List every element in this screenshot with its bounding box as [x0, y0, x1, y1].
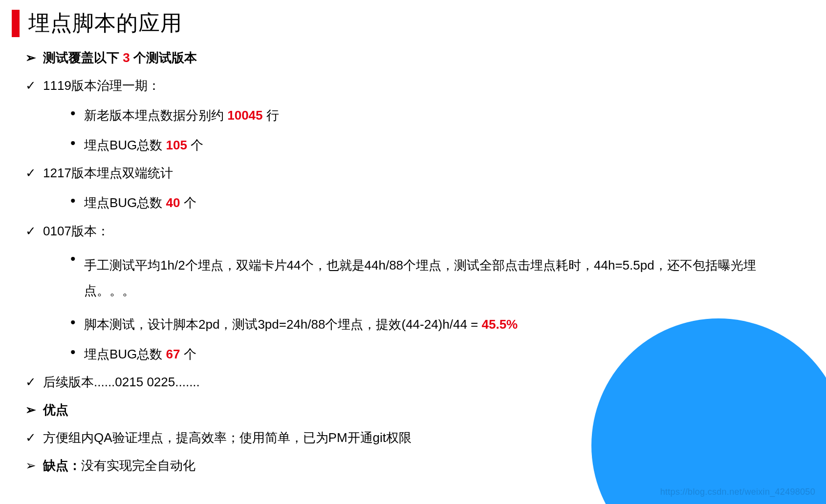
watermark-text: https://blog.csdn.net/weixin_42498050	[660, 487, 815, 497]
number-highlight: 45.5%	[482, 317, 518, 332]
number-highlight: 3	[123, 50, 130, 65]
text-fragment: 个	[187, 138, 203, 152]
text-fragment: 后续版本......0215 0225.......	[43, 375, 200, 389]
text-fragment: 1119版本治理一期：	[43, 78, 160, 93]
text-fragment: 优点	[43, 402, 68, 417]
number-highlight: 67	[166, 347, 180, 361]
text-fragment: 新老版本埋点数据分别约	[84, 108, 227, 123]
text-fragment: 埋点BUG总数	[84, 195, 166, 210]
slide: 埋点脚本的应用 测试覆盖以下 3 个测试版本 1119版本治理一期： 新老版本埋…	[0, 0, 826, 504]
text-fragment: 埋点BUG总数	[84, 138, 166, 152]
red-accent-bar	[12, 10, 20, 37]
item-0107: 0107版本：	[25, 223, 821, 240]
text-fragment: 个	[180, 347, 196, 361]
text-fragment: 1217版本埋点双端统计	[43, 166, 173, 180]
text-fragment: 行	[263, 108, 279, 123]
number-highlight: 10045	[227, 108, 262, 123]
text-fragment: 缺点：	[43, 458, 81, 473]
text-fragment: 埋点BUG总数	[84, 347, 166, 361]
text-fragment: 0107版本：	[43, 224, 109, 238]
heading-coverage: 测试覆盖以下 3 个测试版本	[25, 49, 821, 66]
text-fragment: 测试覆盖以下	[43, 50, 123, 65]
bullet-1217-bugs: 埋点BUG总数 40 个	[70, 194, 821, 211]
bullet-1119-rows: 新老版本埋点数据分别约 10045 行	[70, 107, 821, 124]
number-highlight: 40	[166, 195, 180, 210]
text-fragment: 个	[180, 195, 196, 210]
text-fragment: 脚本测试，设计脚本2pd，测试3pd=24h/88个埋点，提效(44-24)h/…	[84, 317, 482, 332]
item-1119: 1119版本治理一期：	[25, 77, 821, 94]
text-fragment: 手工测试平均1h/2个埋点，双端卡片44个，也就是44h/88个埋点，测试全部点…	[84, 258, 756, 298]
text-fragment: 没有实现完全自动化	[81, 458, 196, 473]
title-row: 埋点脚本的应用	[12, 9, 821, 38]
bullet-0107-manual: 手工测试平均1h/2个埋点，双端卡片44个，也就是44h/88个埋点，测试全部点…	[70, 252, 821, 303]
bullet-1119-bugs: 埋点BUG总数 105 个	[70, 137, 821, 154]
text-fragment: 个测试版本	[130, 50, 197, 65]
number-highlight: 105	[166, 138, 187, 152]
slide-title: 埋点脚本的应用	[28, 9, 182, 38]
text-fragment: 方便组内QA验证埋点，提高效率；使用简单，已为PM开通git权限	[43, 430, 412, 445]
item-1217: 1217版本埋点双端统计	[25, 165, 821, 182]
